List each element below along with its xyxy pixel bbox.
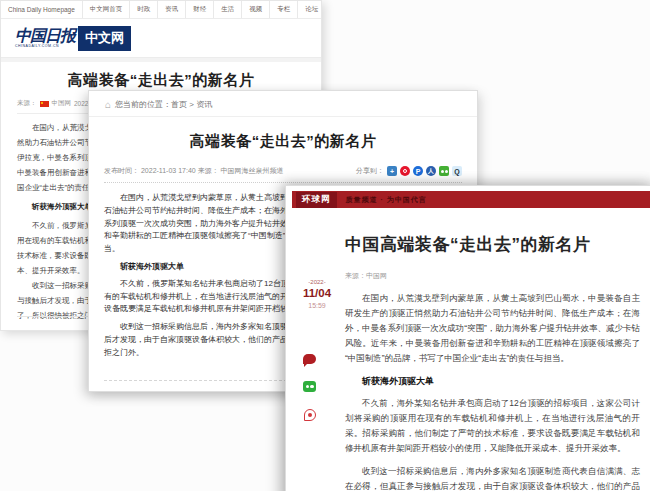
home-icon: ⌂ [105,101,111,109]
date-column: -2022- 11/04 15:59 [296,279,338,309]
huanqiu-header-bar: 环球网 质量频道 · 为中国代言 [292,191,650,208]
article-title: 高端装备“走出去”的新名片 [89,132,477,151]
article-title: 高端装备“走出去”的新名片 [1,71,321,90]
article-meta: 发布时间： 2022-11-03 17:40 来源： 中国网海丝泉州频道 分享到… [104,166,462,176]
publish-time: 2022-11-03 17:40 [141,167,196,174]
share-more-icon[interactable]: + [387,166,397,176]
source-name: 中国网海丝泉州频道 [221,167,284,174]
nav-item-politics[interactable]: 时政 [130,1,158,18]
breadcrumb[interactable]: ⌂ 您当前的位置：首页 > 资讯 [89,91,477,117]
article-body: 在国内，从荒漠戈壁到内蒙草原，从黄土高坡到巴山蜀水，中曼装备自主研发生产的顶驱正… [345,291,640,491]
body-paragraph: 在国内，从荒漠戈壁到内蒙草原，从黄土高坡到巴山蜀水，中曼装备自主研发生产的顶驱正… [345,291,640,366]
nav-item-forum[interactable]: 论坛 [298,1,322,18]
publish-label: 发布时间： [104,167,139,174]
meta-divider [104,182,462,183]
nav-item-cn-home[interactable]: 中文网首页 [83,1,131,18]
weibo-icon[interactable] [400,166,410,176]
source-label: 来源： [198,167,219,174]
nav-item-homepage[interactable]: China Daily Homepage [1,1,83,18]
nav-item-life[interactable]: 生活 [214,1,242,18]
share-bar: 分享到： + P 人 Q [356,166,462,176]
nav-item-column[interactable]: 专栏 [270,1,298,18]
wechat-icon[interactable] [439,166,449,176]
date-time: 15:59 [296,302,338,309]
chinadaily-site-badge: 中文网 [78,26,131,51]
date-day: 11/04 [296,287,338,299]
source-label: 来源： [17,99,37,108]
source-name: 中国网 [52,99,72,108]
article-title: 中国高端装备“走出去”的新名片 [345,233,640,256]
breadcrumb-text: 您当前的位置：首页 > 资讯 [115,99,212,110]
nav-item-finance[interactable]: 财经 [186,1,214,18]
date-year: -2022- [296,279,338,285]
china-flag-icon [40,101,49,107]
channel-slogan: 质量频道 · 为中国代言 [346,195,427,205]
wechat-icon[interactable] [303,381,316,392]
source-line: 来源：中国网 [345,271,650,281]
share-to-label: 分享到： [356,166,384,176]
chinadaily-brand-text: 中国日报 [15,28,75,44]
screenshot-collage: China Daily Homepage 中文网首页 时政 资讯 财经 生活 视… [0,0,650,491]
qzone-icon[interactable]: P [413,166,423,176]
weibo-icon[interactable] [304,409,316,421]
share-column [303,354,316,421]
huanqiu-logo[interactable]: 环球网 [296,192,337,208]
chinadaily-nav: China Daily Homepage 中文网首页 时政 资讯 财经 生活 视… [1,1,321,19]
chinadaily-logo[interactable]: 中国日报 CHINADAILY.COM.CN 中文网 [1,19,321,57]
body-paragraph: 收到这一招标采购信息后，海内外多家知名顶驱制造商代表自信满满、志在必得，但真正参… [345,464,640,491]
body-paragraph: 不久前，海外某知名钻井承包商启动了12台顶驱的招标项目，这家公司计划将采购的顶驱… [345,396,640,456]
chinadaily-brand-sub: CHINADAILY.COM.CN [15,45,75,49]
qq-icon[interactable]: Q [452,166,462,176]
comment-bubble-icon[interactable] [303,354,316,364]
body-subhead: 斩获海外顶驱大单 [345,374,640,389]
renren-icon[interactable]: 人 [426,166,436,176]
nav-item-video[interactable]: 视频 [242,1,270,18]
nav-item-news[interactable]: 资讯 [158,1,186,18]
header-divider-band [1,57,321,62]
huanqiu-page: 环球网 质量频道 · 为中国代言 中国高端装备“走出去”的新名片 来源：中国网 … [285,185,650,491]
